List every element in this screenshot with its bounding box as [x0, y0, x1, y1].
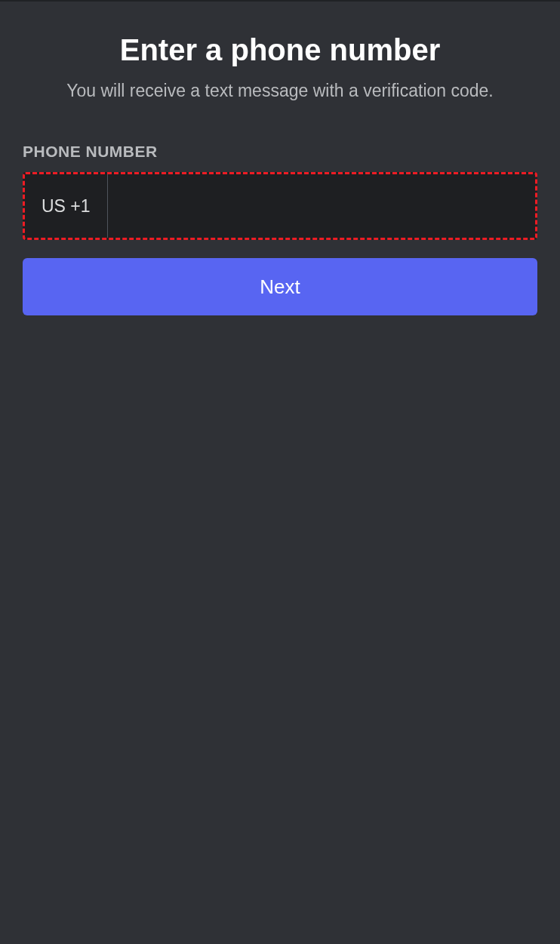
page-subtitle: You will receive a text message with a v…	[23, 81, 537, 101]
phone-verification-screen: Enter a phone number You will receive a …	[0, 2, 560, 338]
phone-number-input[interactable]	[108, 174, 535, 238]
next-button[interactable]: Next	[23, 258, 537, 315]
country-code-selector[interactable]: US +1	[25, 174, 108, 238]
phone-input-container: US +1	[23, 172, 537, 240]
phone-field-label: PHONE NUMBER	[23, 143, 537, 161]
page-title: Enter a phone number	[23, 33, 537, 67]
